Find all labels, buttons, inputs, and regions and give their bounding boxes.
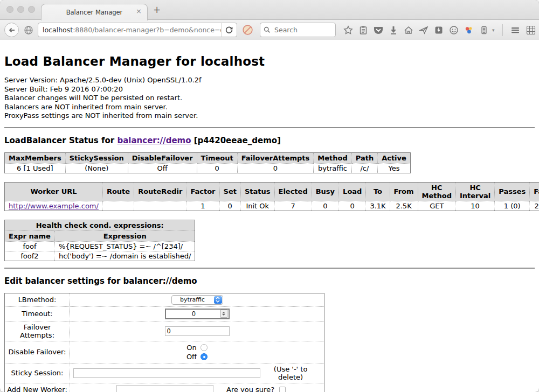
col-status: Status	[240, 182, 274, 201]
cell-hc-interval: 10	[455, 201, 494, 211]
home-icon[interactable]	[404, 25, 413, 35]
inherit-note-line: Balancers are NOT inherited from main se…	[4, 103, 535, 112]
worker-url-link[interactable]: http://www.example.com/	[9, 202, 99, 210]
reload-icon	[224, 25, 234, 35]
cell-factor: 1	[186, 201, 219, 211]
cell-path: /c/	[351, 163, 377, 173]
cell-worker-url: http://www.example.com/	[5, 201, 103, 211]
smiley-icon[interactable]	[449, 25, 459, 35]
col-from: From	[390, 182, 418, 201]
cell-failoverattempts: 0	[237, 163, 314, 173]
cell-fails: 2 (0)	[530, 201, 539, 211]
reload-button[interactable]	[222, 25, 237, 35]
col-expression: Expression	[54, 230, 195, 241]
failover-attempts-input[interactable]	[165, 326, 230, 336]
content-blocker-button[interactable]	[242, 24, 253, 36]
cell-expression-1: %{REQUEST_STATUS} =~ /^[234]/	[54, 241, 195, 251]
hc-caption-row: Health check cond. expressions:	[5, 220, 195, 230]
col-active: Active	[378, 152, 411, 163]
cell-method: bytraffic	[314, 163, 351, 173]
hc-caption: Health check cond. expressions:	[5, 220, 195, 230]
loadbalancer-status-heading: LoadBalancer Status for balancer://demo …	[4, 136, 535, 145]
color-dots-icon[interactable]	[464, 25, 474, 35]
bookmark-star-icon[interactable]	[343, 25, 353, 35]
search-input[interactable]	[273, 25, 332, 34]
col-failoverattempts: FailoverAttempts	[237, 152, 314, 163]
number-spinner-icon[interactable]	[220, 310, 227, 318]
page-title: Load Balancer Manager for localhost	[4, 54, 535, 68]
url-domain: localhost	[43, 26, 73, 34]
window-close-button[interactable]	[6, 6, 13, 13]
col-hc-interval: HC Interval	[455, 182, 494, 201]
add-worker-input[interactable]	[116, 385, 213, 392]
window-controls	[6, 6, 35, 13]
url-text: localhost:8880/balancer-manager?b=demo&n…	[38, 26, 221, 34]
url-bar[interactable]: localhost:8880/balancer-manager?b=demo&n…	[38, 23, 237, 37]
toolbar-icons: ▾	[343, 24, 536, 36]
disable-failover-row: Disable Failover: On Off	[5, 341, 324, 363]
status-heading-prefix: LoadBalancer Status for	[4, 136, 117, 145]
are-you-sure-label: Are you sure?	[226, 386, 274, 392]
radio-on[interactable]	[201, 344, 208, 351]
add-worker-row: Add New Worker: Are you sure?	[5, 383, 324, 392]
proxypass-note-line: ProxyPass settings are NOT inherited fro…	[4, 111, 535, 121]
worker-header-row: Worker URL Route RouteRedir Factor Set S…	[5, 182, 539, 201]
overflow-caret-icon[interactable]: ▾	[492, 27, 495, 33]
balancer-status-table: MaxMembers StickySession DisableFailover…	[4, 152, 411, 173]
pocket-icon[interactable]	[374, 25, 383, 35]
cell-status: Init Ok	[240, 201, 274, 211]
tab-title: Balancer Manager	[66, 9, 123, 16]
cell-expr-name-2: foof2	[5, 251, 55, 261]
reader-square-icon[interactable]	[434, 25, 444, 35]
sticky-session-hint: (Use '-' to delete)	[260, 365, 322, 381]
cell-from: 2.5K	[390, 201, 418, 211]
lbmethod-select[interactable]: bytraffic	[171, 295, 223, 305]
window-zoom-button[interactable]	[28, 6, 35, 13]
balancer-status-row: 6 [1 Used] (None) Off 0 0 bytraffic /c/ …	[5, 163, 411, 173]
radio-off[interactable]	[201, 353, 208, 360]
tab-close-icon[interactable]: ×	[136, 8, 142, 15]
battery-list-icon[interactable]	[479, 25, 489, 35]
col-hc-method: HC Method	[418, 182, 455, 201]
section-divider-mid	[4, 268, 535, 269]
lbmethod-selected-value: bytraffic	[172, 296, 213, 303]
col-routeredir: RouteRedir	[134, 182, 186, 201]
col-busy: Busy	[312, 182, 338, 201]
new-tab-button[interactable]: +	[153, 5, 161, 15]
back-button[interactable]	[4, 23, 19, 37]
clipboard-icon[interactable]	[358, 25, 368, 35]
balancer-demo-link[interactable]: balancer://demo	[117, 136, 191, 145]
worker-row: http://www.example.com/ 1 0 Init Ok 7 0 …	[5, 201, 539, 211]
col-fails: Fails	[530, 182, 539, 201]
cell-timeout: 0	[197, 163, 237, 173]
menu-hamburger-icon[interactable]	[510, 25, 520, 35]
col-set: Set	[219, 182, 240, 201]
back-arrow-icon	[7, 25, 17, 35]
server-version-line: Server Version: Apache/2.5.0-dev (Unix) …	[4, 76, 535, 85]
send-icon[interactable]	[419, 25, 429, 35]
sticky-session-input[interactable]	[73, 368, 260, 378]
cell-busy: 0	[312, 201, 338, 211]
tiles-grid-icon[interactable]	[526, 25, 536, 36]
timeout-input[interactable]: 0	[165, 309, 230, 319]
navigation-toolbar: localhost:8880/balancer-manager?b=demo&n…	[0, 20, 539, 40]
edit-balancer-form: LBmethod: bytraffic Timeout: 0	[4, 293, 324, 392]
edit-balancer-heading: Edit balancer settings for balancer://de…	[4, 276, 535, 286]
worker-table: Worker URL Route RouteRedir Factor Set S…	[4, 182, 539, 211]
cell-expr-name-1: foof	[5, 241, 55, 251]
timeout-value: 0	[166, 310, 220, 318]
cell-expression-2: hc('body') =~ /domain is established/	[54, 251, 195, 261]
sticky-session-row: Sticky Session: (Use '-' to delete)	[5, 363, 324, 383]
tab-balancer-manager[interactable]: Balancer Manager ×	[41, 4, 148, 20]
balancer-status-header-row: MaxMembers StickySession DisableFailover…	[5, 152, 411, 163]
download-icon[interactable]	[389, 25, 398, 35]
window-minimize-button[interactable]	[17, 6, 24, 13]
section-divider-top	[4, 127, 535, 128]
toolbar-separator	[502, 24, 503, 36]
radio-off-label: Off	[186, 352, 197, 361]
col-disablefailover: DisableFailover	[128, 152, 197, 163]
col-factor: Factor	[186, 182, 219, 201]
search-bar[interactable]	[260, 23, 336, 37]
are-you-sure-checkbox[interactable]	[279, 387, 286, 392]
search-icon	[264, 26, 271, 33]
